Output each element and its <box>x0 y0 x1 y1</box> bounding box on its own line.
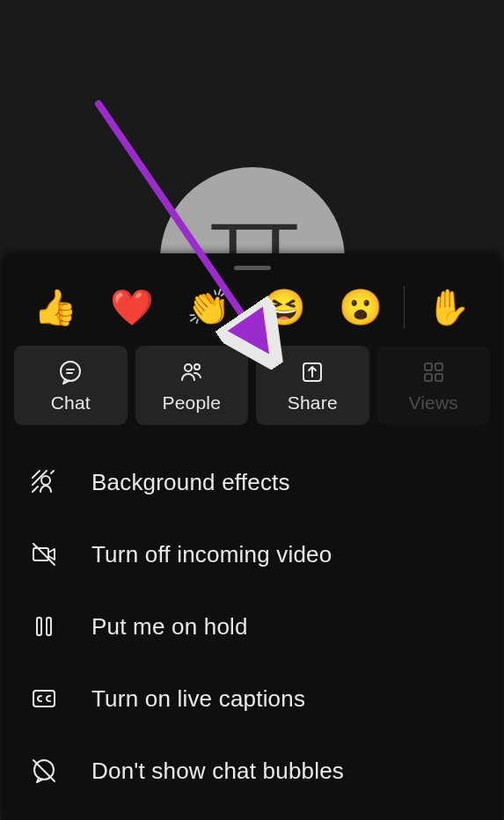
svg-line-11 <box>33 471 40 478</box>
svg-line-13 <box>33 487 38 492</box>
hold-icon <box>28 611 60 642</box>
menu-background-effects[interactable]: Background effects <box>2 446 502 518</box>
svg-rect-7 <box>435 363 442 370</box>
avatar-initials: TT <box>155 208 349 255</box>
menu-hide-chat-bubbles[interactable]: Don't show chat bubbles <box>2 735 502 807</box>
svg-point-4 <box>194 364 200 370</box>
svg-point-3 <box>185 364 192 371</box>
svg-rect-18 <box>47 618 51 635</box>
svg-point-0 <box>61 362 80 381</box>
quick-actions: Chat People Share <box>2 346 502 441</box>
people-label: People <box>162 392 221 414</box>
background-effects-icon <box>28 466 60 498</box>
people-icon <box>177 357 207 387</box>
share-icon <box>297 357 327 387</box>
video-area: TT <box>0 0 504 255</box>
avatar: TT <box>160 167 345 255</box>
svg-rect-8 <box>425 374 432 381</box>
views-button: Views <box>377 346 491 425</box>
reaction-applause[interactable]: 👏 <box>170 287 246 327</box>
svg-line-12 <box>33 471 47 485</box>
menu-live-captions[interactable]: Turn on live captions <box>2 663 502 735</box>
captions-icon <box>28 683 60 714</box>
more-actions-sheet: 👍 ❤️ 👏 😆 😮 ✋ Chat <box>2 253 502 820</box>
svg-line-14 <box>51 471 54 473</box>
menu-list: Background effects Turn off incoming vid… <box>2 441 502 807</box>
menu-label: Put me on hold <box>91 613 248 641</box>
svg-point-10 <box>41 476 50 485</box>
menu-label: Background effects <box>91 469 290 496</box>
svg-rect-9 <box>435 374 442 381</box>
reaction-separator <box>404 286 405 328</box>
svg-rect-19 <box>33 691 55 707</box>
reaction-heart[interactable]: ❤️ <box>94 287 171 327</box>
menu-turn-off-incoming-video[interactable]: Turn off incoming video <box>2 518 502 590</box>
people-button[interactable]: People <box>135 346 249 425</box>
reaction-thumbs-up[interactable]: 👍 <box>18 287 94 327</box>
share-label: Share <box>288 392 338 414</box>
chat-icon <box>55 357 85 387</box>
video-off-icon <box>28 538 60 570</box>
share-button[interactable]: Share <box>256 346 369 425</box>
reactions-bar: 👍 ❤️ 👏 😆 😮 ✋ <box>2 286 502 328</box>
reaction-laugh[interactable]: 😆 <box>246 287 323 327</box>
views-icon <box>419 357 449 387</box>
svg-rect-17 <box>37 618 41 635</box>
menu-label: Turn on live captions <box>91 685 305 713</box>
svg-rect-6 <box>425 363 432 370</box>
sheet-drag-handle[interactable] <box>234 266 271 270</box>
reaction-raise-hand[interactable]: ✋ <box>410 287 486 327</box>
svg-line-16 <box>33 544 55 565</box>
menu-put-on-hold[interactable]: Put me on hold <box>2 590 502 663</box>
menu-label: Don't show chat bubbles <box>91 758 344 785</box>
reaction-surprised[interactable]: 😮 <box>323 287 399 327</box>
menu-label: Turn off incoming video <box>91 541 332 568</box>
views-label: Views <box>408 392 458 414</box>
chat-label: Chat <box>51 392 91 414</box>
chat-button[interactable]: Chat <box>14 346 128 425</box>
chat-bubbles-off-icon <box>28 755 60 787</box>
